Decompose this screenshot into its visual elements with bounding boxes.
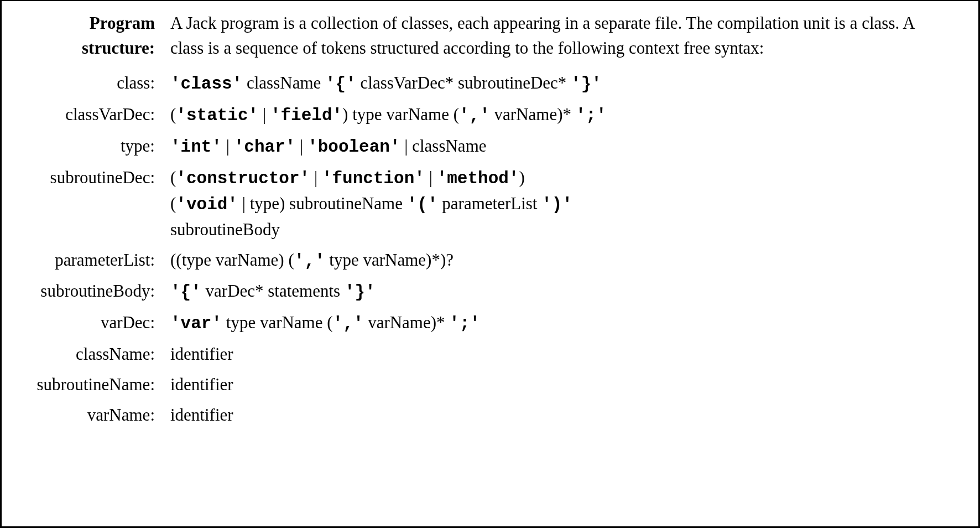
rule-subroutineBody: subroutineBody: '{' varDec* statements '… [18,279,962,305]
terminal-token: 'constructor' [176,169,310,188]
terminal-token: 'void' [176,195,238,214]
rule-subroutineName: subroutineName: identifier [18,372,962,397]
rule-label: subroutineName: [18,372,170,397]
rule-value: 'class' className '{' classVarDec* subro… [170,71,962,97]
grammar-text: | type) subroutineName [238,194,407,213]
rule-classVarDec: classVarDec: ('static' | 'field') type v… [18,102,962,128]
rule-value: identifier [170,403,962,428]
rule-value-line: ('void' | type) subroutineName '(' param… [170,191,962,218]
grammar-text: identifier [170,375,233,394]
terminal-token: '{' [170,282,201,302]
grammar-text: | [295,136,307,156]
grammar-text: ) type varName ( [342,105,459,124]
rule-label: subroutineDec: [18,165,170,190]
grammar-box: Program structure: A Jack program is a c… [0,0,980,528]
rule-value: '{' varDec* statements '}' [170,279,962,305]
grammar-text: ((type varName) ( [170,250,294,270]
rule-value: identifier [170,342,962,367]
grammar-text: varName)* [363,313,449,332]
rule-value: ((type varName) (',' type varName)*)? [170,248,962,274]
rule-parameterList: parameterList: ((type varName) (',' type… [18,248,962,274]
grammar-text: varDec* statements [201,281,345,301]
terminal-token: ';' [576,106,607,125]
rule-value-line: subroutineBody [170,218,962,242]
rule-label: subroutineBody: [18,279,170,304]
grammar-text: className [242,73,325,92]
terminal-token: ';' [449,314,480,333]
grammar-text: varName)* [490,105,576,124]
intro-row: Program structure: A Jack program is a c… [18,11,962,61]
rule-varDec: varDec: 'var' type varName (',' varName)… [18,310,962,337]
rule-label: classVarDec: [18,102,170,127]
terminal-token: 'boolean' [307,137,400,157]
terminal-token: 'var' [170,314,222,333]
terminal-token: 'field' [270,106,342,125]
grammar-text: subroutineBody [170,220,280,239]
grammar-text: | [222,136,234,156]
rule-value: identifier [170,372,962,397]
rule-varName: varName: identifier [18,403,962,428]
terminal-token: '(' [407,195,438,214]
rule-class: class: 'class' className '{' classVarDec… [18,71,962,97]
grammar-text: ( [170,168,176,187]
terminal-token: 'char' [234,137,296,157]
rule-label: varDec: [18,310,170,335]
terminal-token: 'method' [437,169,519,188]
grammar-text: ( [170,105,176,124]
rule-value: ('constructor' | 'function' | 'method')(… [170,165,962,242]
terminal-token: ',' [294,251,325,271]
rule-value: 'var' type varName (',' varName)* ';' [170,310,962,337]
grammar-text: type varName)*)? [325,250,453,270]
rule-value: 'int' | 'char' | 'boolean' | className [170,134,962,160]
terminal-token: 'function' [322,169,425,188]
rule-label: varName: [18,403,170,428]
grammar-text: type varName ( [222,313,333,332]
grammar-text: identifier [170,344,233,364]
terminal-token: '}' [571,74,602,94]
terminal-token: '}' [345,282,376,302]
grammar-text: | className [400,136,487,156]
grammar-text: | [425,168,437,187]
grammar-text: ( [170,194,176,213]
terminal-token: ',' [459,106,490,125]
rule-value: ('static' | 'field') type varName (',' v… [170,102,962,128]
terminal-token: 'class' [170,74,242,94]
rule-className: className: identifier [18,342,962,367]
grammar-text: | [258,105,270,124]
rule-label: type: [18,134,170,159]
rule-subroutineDec: subroutineDec: ('constructor' | 'functio… [18,165,962,242]
intro-label: Program structure: [18,11,170,61]
terminal-token: ',' [333,314,364,333]
rule-label: parameterList: [18,248,170,273]
rule-label: class: [18,71,170,96]
grammar-text: classVarDec* subroutineDec* [356,73,571,92]
intro-text: A Jack program is a collection of classe… [170,11,962,61]
rule-value-line: ('constructor' | 'function' | 'method') [170,165,962,191]
grammar-text: identifier [170,405,233,425]
terminal-token: 'int' [170,137,222,157]
grammar-text: parameterList [438,194,542,213]
grammar-text: | [310,168,322,187]
terminal-token: 'static' [176,106,258,125]
terminal-token: ')' [541,195,572,214]
grammar-text: ) [519,168,524,187]
rule-type: type: 'int' | 'char' | 'boolean' | class… [18,134,962,160]
terminal-token: '{' [325,74,356,94]
rule-label: className: [18,342,170,367]
